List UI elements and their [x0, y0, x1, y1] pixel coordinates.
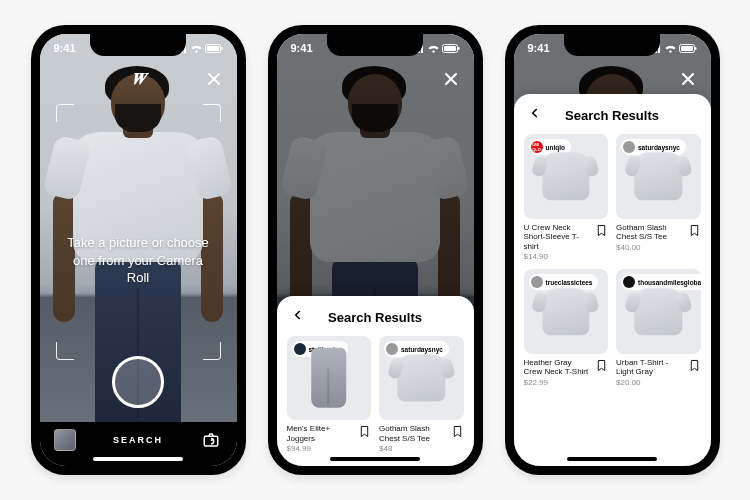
sheet-title: Search Results [528, 108, 697, 123]
phone-results-expanded: 9:41 [505, 25, 720, 475]
svg-rect-8 [681, 46, 693, 51]
close-icon[interactable] [677, 68, 699, 90]
crop-corner[interactable] [203, 104, 221, 122]
home-indicator[interactable] [330, 457, 420, 461]
brand-name: uniqlo [546, 144, 566, 151]
brand-avatar [531, 276, 543, 288]
bookmark-icon[interactable] [596, 358, 608, 376]
brand-avatar [623, 276, 635, 288]
svg-rect-1 [207, 46, 219, 51]
brand-name: saturdaysnyc [638, 144, 680, 151]
product-card[interactable]: styltbasics Men's Elite+ Joggers $94.99 [287, 336, 372, 453]
product-title: Gotham Slash Chest S/S Tee [616, 223, 685, 242]
product-price: $94.99 [287, 444, 356, 453]
phone-camera-screen: 9:41 𝑾 Tak [31, 25, 246, 475]
status-time: 9:41 [291, 42, 331, 54]
brand-name: saturdaysnyc [401, 346, 443, 353]
brand-avatar [623, 141, 635, 153]
product-title: Gotham Slash Chest S/S Tee [379, 424, 448, 443]
notch [564, 34, 660, 56]
brand-avatar [294, 343, 306, 355]
home-indicator[interactable] [567, 457, 657, 461]
svg-rect-2 [221, 47, 223, 50]
svg-rect-6 [458, 47, 460, 50]
results-sheet[interactable]: Search Results styltbasics Men's Elite+ … [277, 296, 474, 466]
product-price: $40.00 [616, 243, 685, 252]
results-grid: UNIQLO uniqlo U Crew Neck Short-Sleeve T… [524, 134, 701, 387]
bookmark-icon[interactable] [689, 223, 701, 241]
phone-results-peek: 9:41 [268, 25, 483, 475]
results-row: styltbasics Men's Elite+ Joggers $94.99 [287, 336, 464, 453]
notch [327, 34, 423, 56]
status-time: 9:41 [54, 42, 94, 54]
product-price: $22.99 [524, 378, 593, 387]
crop-corner[interactable] [56, 104, 74, 122]
status-time: 9:41 [528, 42, 568, 54]
product-price: $14.90 [524, 252, 593, 261]
app-logo: 𝑾 [131, 70, 145, 88]
bookmark-icon[interactable] [452, 424, 464, 442]
crop-corner[interactable] [203, 342, 221, 360]
svg-rect-9 [695, 47, 697, 50]
results-sheet[interactable]: Search Results UNIQLO uniqlo U Crew Neck… [514, 94, 711, 466]
camera-roll-thumbnail[interactable] [54, 429, 76, 451]
product-price: $48 [379, 444, 448, 453]
product-title: Men's Elite+ Joggers [287, 424, 356, 443]
bookmark-icon[interactable] [359, 424, 371, 442]
product-card[interactable]: trueclassictees Heather Gray Crew Neck T… [524, 269, 609, 387]
close-icon[interactable] [203, 68, 225, 90]
svg-rect-5 [444, 46, 456, 51]
camera-prompt: Take a picture or choose one from your C… [40, 234, 237, 287]
product-title: Heather Gray Crew Neck T-Shirt [524, 358, 593, 377]
brand-avatar: UNIQLO [531, 141, 543, 153]
product-card[interactable]: saturdaysnyc Gotham Slash Chest S/S Tee … [379, 336, 464, 453]
close-icon[interactable] [440, 68, 462, 90]
bookmark-icon[interactable] [689, 358, 701, 376]
crop-corner[interactable] [56, 342, 74, 360]
product-card[interactable]: UNIQLO uniqlo U Crew Neck Short-Sleeve T… [524, 134, 609, 261]
search-label: SEARCH [113, 435, 163, 445]
shutter-button[interactable] [112, 356, 164, 408]
bookmark-icon[interactable] [596, 223, 608, 241]
brand-name: thousandmilesglobal [638, 279, 701, 286]
product-card[interactable]: saturdaysnyc Gotham Slash Chest S/S Tee … [616, 134, 701, 261]
product-price: $20.00 [616, 378, 685, 387]
product-title: Urban T-Shirt - Light Gray [616, 358, 685, 377]
flip-camera-icon[interactable] [200, 429, 222, 451]
svg-rect-3 [205, 436, 219, 446]
brand-avatar [386, 343, 398, 355]
product-card[interactable]: thousandmilesglobal Urban T-Shirt - Ligh… [616, 269, 701, 387]
sheet-title: Search Results [291, 310, 460, 325]
home-indicator[interactable] [93, 457, 183, 461]
notch [90, 34, 186, 56]
product-title: U Crew Neck Short-Sleeve T-shirt [524, 223, 593, 252]
brand-name: trueclassictees [546, 279, 593, 286]
